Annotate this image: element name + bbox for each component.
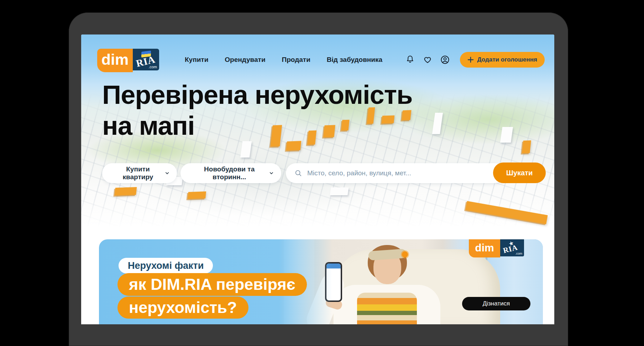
page-title: Перевірена нерухомість на мапі <box>102 79 412 141</box>
photo-flower <box>402 251 408 257</box>
banner-cta-button[interactable]: Дізнатися <box>462 297 530 310</box>
chevron-down-icon <box>269 170 274 176</box>
property-type-value: Новобудови та вторинн... <box>190 165 269 181</box>
logo-tld-text: .com <box>148 65 157 69</box>
browser-screen: dim RIA .com Купити Орендувати Продати В… <box>81 34 554 324</box>
chevron-down-icon <box>164 170 170 176</box>
main-nav: Купити Орендувати Продати Від забудовник… <box>185 49 382 70</box>
banner-logo-dim-box: dim <box>469 239 500 257</box>
map-building-highlight <box>522 140 531 154</box>
banner-tag-badge: Нерухомі факти <box>119 258 213 273</box>
hero-section: dim RIA .com Купити Орендувати Продати В… <box>81 34 554 228</box>
user-icon <box>440 55 450 65</box>
map-building-highlight <box>286 141 302 150</box>
promo-banner[interactable]: dim ★ RIA .com Нерухомі факти як DIM.RIA… <box>99 239 543 324</box>
map-building-highlight <box>465 201 548 224</box>
deal-type-dropdown[interactable]: Купити квартиру <box>102 163 177 183</box>
plus-icon <box>467 57 474 63</box>
site-logo[interactable]: dim RIA .com <box>97 49 159 70</box>
add-listing-label: Додати оголошення <box>477 56 537 63</box>
nav-item-from-developer[interactable]: Від забудовника <box>327 56 382 64</box>
property-type-dropdown[interactable]: Новобудови та вторинн... <box>180 163 281 183</box>
favorites-button[interactable] <box>422 54 433 65</box>
tablet-frame: dim RIA .com Купити Орендувати Продати В… <box>69 12 568 346</box>
header-actions: Додати оголошення <box>405 49 545 70</box>
page-title-line1: Перевірена нерухомість <box>102 79 412 110</box>
map-building <box>330 187 349 195</box>
map-building <box>240 141 252 158</box>
site-header: dim RIA .com Купити Орендувати Продати В… <box>81 49 554 70</box>
bell-icon <box>405 55 415 65</box>
deal-type-value: Купити квартиру <box>111 165 164 181</box>
map-building-highlight <box>115 187 137 196</box>
page-title-line2: на мапі <box>102 110 412 141</box>
search-submit-button[interactable]: Шукати <box>493 163 546 183</box>
nav-item-sell[interactable]: Продати <box>282 56 310 64</box>
banner-brand-logo: dim ★ RIA .com <box>469 239 524 256</box>
logo-ria-box: RIA .com <box>133 49 159 70</box>
banner-heading-line2: нерухомість? <box>117 297 248 319</box>
map-building <box>500 127 513 143</box>
logo-dim-box: dim <box>97 49 133 72</box>
banner-heading-line1: як DIM.RIA перевіряє <box>117 273 307 296</box>
nav-item-rent[interactable]: Орендувати <box>225 56 265 64</box>
photo-knit-vest <box>357 293 417 324</box>
map-building-highlight <box>188 191 206 199</box>
banner-logo-ria-box: ★ RIA .com <box>500 239 524 256</box>
nav-item-buy[interactable]: Купити <box>185 56 208 64</box>
account-button[interactable] <box>440 54 450 65</box>
location-search-field <box>286 163 505 183</box>
add-listing-button[interactable]: Додати оголошення <box>460 52 545 68</box>
search-icon <box>294 169 302 177</box>
location-search-input[interactable] <box>307 169 496 177</box>
map-building <box>432 113 443 134</box>
notifications-button[interactable] <box>405 54 415 65</box>
heart-icon <box>423 55 433 65</box>
